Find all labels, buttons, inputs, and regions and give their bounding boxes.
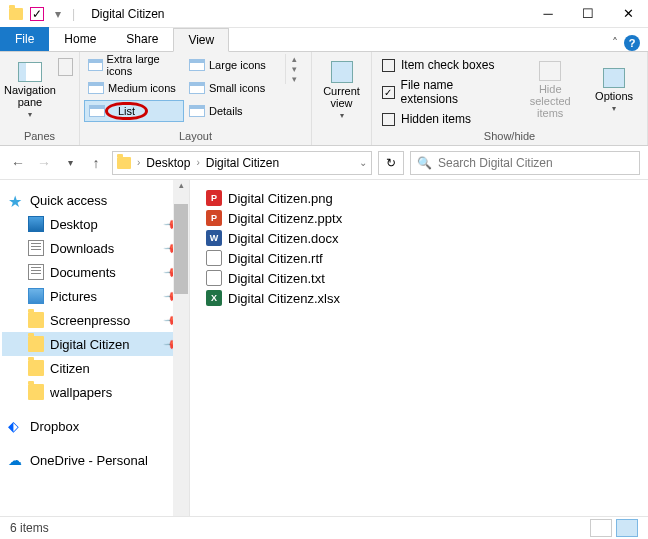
status-bar: 6 items [0, 516, 648, 539]
quick-access[interactable]: ★Quick access [2, 188, 187, 212]
folder-icon [28, 384, 44, 400]
properties-icon[interactable]: ✓ [30, 7, 44, 21]
file-name: Digital Citizen.docx [228, 231, 339, 246]
chevron-down-icon: ▾ [28, 110, 32, 119]
hide-selected-label: Hide selected items [521, 83, 579, 119]
options-button[interactable]: Options ▾ [585, 54, 643, 126]
group-panes: Navigation pane ▾ Panes [0, 52, 80, 145]
tree-item-label: Screenpresso [50, 313, 130, 328]
preview-pane-button[interactable] [58, 58, 73, 76]
tree-item[interactable]: wallpapers [2, 380, 187, 404]
group-showhide: Item check boxes ✓File name extensions H… [372, 52, 648, 145]
current-view-label: Current view [316, 85, 367, 109]
file-item[interactable]: PDigital Citizenz.pptx [206, 208, 632, 228]
file-icon: X [206, 290, 222, 306]
layout-medium[interactable]: Medium icons [84, 77, 184, 99]
file-icon [206, 270, 222, 286]
cloud-icon: ☁ [8, 452, 24, 468]
chevron-right-icon[interactable]: › [135, 157, 142, 168]
file-item[interactable]: XDigital Citizenz.xlsx [206, 288, 632, 308]
item-count: 6 items [10, 521, 49, 535]
close-button[interactable]: ✕ [608, 0, 648, 28]
file-icon [206, 250, 222, 266]
file-name: Digital Citizen.txt [228, 271, 325, 286]
up-button[interactable]: ↑ [86, 153, 106, 173]
tree-item[interactable]: Documents📌 [2, 260, 187, 284]
file-item[interactable]: PDigital Citizen.png [206, 188, 632, 208]
tree-scrollbar[interactable]: ▴ [173, 180, 189, 516]
item-check-boxes[interactable]: Item check boxes [376, 56, 515, 74]
window-title: Digital Citizen [83, 7, 164, 21]
file-item[interactable]: WDigital Citizen.docx [206, 228, 632, 248]
doc-icon [28, 240, 44, 256]
hide-selected-icon [539, 61, 561, 81]
group-layout: Extra large icons Large icons Medium ico… [80, 52, 312, 145]
tree-item-label: Pictures [50, 289, 97, 304]
dropbox-icon: ⬖ [8, 418, 24, 434]
recent-locations-icon[interactable]: ▾ [60, 153, 80, 173]
layout-extra-large[interactable]: Extra large icons [84, 54, 184, 76]
help-icon[interactable]: ? [624, 35, 640, 51]
folder-icon [8, 6, 24, 22]
tab-home[interactable]: Home [49, 27, 111, 51]
window-controls: ─ ☐ ✕ [528, 0, 648, 28]
maximize-button[interactable]: ☐ [568, 0, 608, 28]
file-icon: P [206, 210, 222, 226]
desktop-icon [28, 216, 44, 232]
hidden-items[interactable]: Hidden items [376, 110, 515, 128]
breadcrumb[interactable]: › Desktop › Digital Citizen ⌄ [112, 151, 372, 175]
tree-item[interactable]: Desktop📌 [2, 212, 187, 236]
minimize-button[interactable]: ─ [528, 0, 568, 28]
tab-view[interactable]: View [173, 28, 229, 52]
dropbox-root[interactable]: ⬖Dropbox [2, 414, 187, 438]
onedrive-root[interactable]: ☁OneDrive - Personal [2, 448, 187, 472]
folder-icon [117, 157, 131, 169]
back-button[interactable]: ← [8, 153, 28, 173]
title-divider: | [72, 7, 75, 21]
scrollbar-thumb[interactable] [174, 204, 188, 294]
file-name: Digital Citizenz.xlsx [228, 291, 340, 306]
chevron-down-icon: ▾ [612, 104, 616, 113]
tree-item-label: Downloads [50, 241, 114, 256]
group-current-view: Current view ▾ [312, 52, 372, 145]
file-item[interactable]: Digital Citizen.rtf [206, 248, 632, 268]
refresh-button[interactable]: ↻ [378, 151, 404, 175]
current-view-button[interactable]: Current view ▾ [316, 54, 367, 126]
layout-list[interactable]: List [84, 100, 184, 122]
layout-details[interactable]: Details [185, 100, 285, 122]
navigation-pane-icon [18, 62, 42, 82]
tree-item[interactable]: Pictures📌 [2, 284, 187, 308]
file-list[interactable]: PDigital Citizen.pngPDigital Citizenz.pp… [190, 180, 648, 516]
file-name-extensions[interactable]: ✓File name extensions [376, 76, 515, 108]
navigation-pane-label: Navigation pane [4, 84, 56, 108]
search-input[interactable]: 🔍 Search Digital Citizen [410, 151, 640, 175]
forward-button: → [34, 153, 54, 173]
chevron-right-icon[interactable]: › [194, 157, 201, 168]
file-icon: P [206, 190, 222, 206]
icons-view-button[interactable] [616, 519, 638, 537]
tree-item[interactable]: Screenpresso📌 [2, 308, 187, 332]
address-dropdown-icon[interactable]: ⌄ [359, 157, 367, 168]
group-current-view-label [316, 130, 367, 143]
file-icon: W [206, 230, 222, 246]
tab-share[interactable]: Share [111, 27, 173, 51]
options-icon [603, 68, 625, 88]
tree-item[interactable]: Digital Citizen📌 [2, 332, 187, 356]
tree-item-label: Desktop [50, 217, 98, 232]
layout-options: Extra large icons Large icons Medium ico… [84, 54, 285, 122]
tree-item-label: Digital Citizen [50, 337, 129, 352]
crumb-current[interactable]: Digital Citizen [206, 156, 279, 170]
layout-large[interactable]: Large icons [185, 54, 285, 76]
details-view-button[interactable] [590, 519, 612, 537]
current-view-icon [331, 61, 353, 83]
crumb-desktop[interactable]: Desktop [146, 156, 190, 170]
tab-file[interactable]: File [0, 27, 49, 51]
layout-small[interactable]: Small icons [185, 77, 285, 99]
tree-item[interactable]: Downloads📌 [2, 236, 187, 260]
tree-item[interactable]: Citizen [2, 356, 187, 380]
collapse-ribbon-icon[interactable]: ˄ [612, 36, 618, 50]
qat-dropdown-icon[interactable]: ▾ [50, 6, 66, 22]
navigation-pane-button[interactable]: Navigation pane ▾ [4, 54, 56, 126]
file-item[interactable]: Digital Citizen.txt [206, 268, 632, 288]
layout-scroll[interactable]: ▴▾▾ [285, 54, 303, 84]
